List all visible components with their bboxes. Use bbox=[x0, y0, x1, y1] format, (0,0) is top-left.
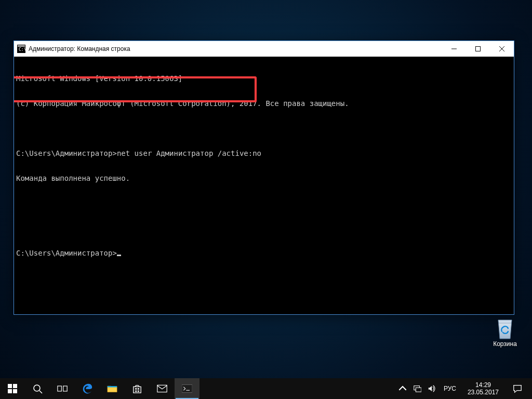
terminal-line: C:\Users\Администратор>net user Админист… bbox=[16, 149, 512, 157]
store-icon bbox=[132, 383, 142, 394]
svg-rect-19 bbox=[138, 391, 139, 392]
svg-line-12 bbox=[39, 391, 42, 393]
system-tray: РУС 14:29 23.05.2017 bbox=[396, 378, 506, 399]
edge-button[interactable] bbox=[75, 378, 100, 399]
tray-overflow-button[interactable] bbox=[398, 378, 407, 399]
network-button[interactable] bbox=[413, 378, 422, 399]
mail-button[interactable] bbox=[150, 378, 175, 399]
prompt: C:\Users\Администратор> bbox=[16, 149, 117, 157]
clock-button[interactable]: 14:29 23.05.2017 bbox=[463, 381, 503, 396]
clock-time: 14:29 bbox=[468, 381, 499, 389]
clock-date: 23.05.2017 bbox=[468, 389, 499, 396]
search-icon bbox=[32, 383, 43, 394]
svg-rect-16 bbox=[135, 388, 137, 390]
svg-rect-17 bbox=[138, 388, 139, 390]
terminal-line: Microsoft Windows [Version 10.0.15063] bbox=[16, 74, 512, 83]
svg-rect-14 bbox=[63, 386, 68, 391]
svg-rect-4 bbox=[476, 47, 481, 51]
svg-text:C:\: C:\ bbox=[19, 47, 25, 52]
svg-rect-15 bbox=[108, 386, 117, 388]
svg-rect-10 bbox=[13, 389, 17, 393]
terminal-blank bbox=[16, 224, 512, 232]
window-title: Администратор: Командная строка bbox=[29, 45, 442, 52]
language-label: РУС bbox=[444, 385, 456, 392]
cmd-window: C:\ Администратор: Командная строка Micr… bbox=[14, 41, 514, 315]
terminal-line: Команда выполнена успешно. bbox=[16, 174, 512, 182]
terminal-blank bbox=[16, 124, 512, 132]
svg-rect-21 bbox=[182, 385, 192, 393]
taskbar-spacer bbox=[200, 378, 396, 399]
svg-point-11 bbox=[34, 385, 40, 391]
svg-rect-8 bbox=[13, 384, 17, 388]
terminal-blank bbox=[16, 199, 512, 207]
svg-rect-24 bbox=[416, 388, 421, 392]
task-view-icon bbox=[57, 383, 68, 394]
mail-icon bbox=[157, 383, 167, 394]
file-explorer-button[interactable] bbox=[100, 378, 125, 399]
terminal-area[interactable]: Microsoft Windows [Version 10.0.15063] (… bbox=[14, 57, 514, 314]
svg-rect-13 bbox=[58, 386, 62, 391]
terminal-icon bbox=[182, 383, 192, 394]
task-view-button[interactable] bbox=[50, 378, 75, 399]
start-button[interactable] bbox=[0, 378, 25, 399]
terminal-line: (c) Корпорация Майкрософт (Microsoft Cor… bbox=[16, 99, 512, 108]
taskbar: РУС 14:29 23.05.2017 bbox=[0, 378, 532, 399]
minimize-button[interactable] bbox=[442, 41, 466, 57]
cursor bbox=[117, 255, 121, 256]
maximize-button[interactable] bbox=[466, 41, 490, 57]
windows-logo-icon bbox=[7, 383, 18, 394]
network-icon bbox=[413, 384, 421, 393]
prompt: C:\Users\Администратор> bbox=[16, 249, 117, 257]
chevron-up-icon bbox=[398, 384, 407, 393]
search-button[interactable] bbox=[25, 378, 50, 399]
svg-rect-20 bbox=[157, 385, 167, 392]
recycle-bin-label: Корзина bbox=[485, 340, 525, 348]
edge-icon bbox=[82, 383, 93, 394]
folder-icon bbox=[107, 383, 117, 394]
terminal-line: C:\Users\Администратор> bbox=[16, 249, 512, 257]
svg-rect-18 bbox=[135, 391, 137, 392]
command-text: net user Администратор /active:no bbox=[117, 149, 261, 157]
speaker-icon bbox=[428, 384, 436, 393]
action-center-button[interactable] bbox=[506, 378, 529, 399]
svg-rect-1 bbox=[18, 45, 25, 47]
language-indicator[interactable]: РУС bbox=[442, 385, 458, 392]
svg-rect-9 bbox=[8, 389, 12, 393]
show-desktop-button[interactable] bbox=[529, 378, 532, 399]
notification-icon bbox=[513, 384, 522, 393]
cmd-icon: C:\ bbox=[17, 45, 25, 53]
taskbar-left bbox=[0, 378, 200, 399]
close-button[interactable] bbox=[490, 41, 514, 57]
store-button[interactable] bbox=[125, 378, 150, 399]
recycle-bin-desktop-icon[interactable]: Корзина bbox=[485, 316, 525, 348]
recycle-bin-icon bbox=[494, 316, 516, 340]
svg-rect-7 bbox=[8, 384, 12, 388]
cmd-taskbar-button[interactable] bbox=[175, 378, 200, 399]
volume-button[interactable] bbox=[427, 378, 436, 399]
titlebar[interactable]: C:\ Администратор: Командная строка bbox=[14, 41, 514, 57]
